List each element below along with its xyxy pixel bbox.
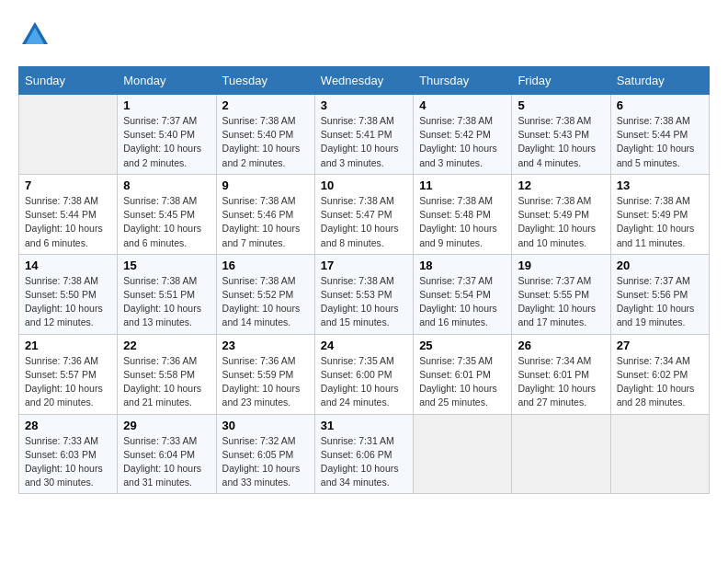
day-number: 31 [321, 419, 407, 432]
day-header: Friday [512, 67, 610, 95]
cell-content: Sunrise: 7:38 AMSunset: 5:46 PMDaylight:… [222, 194, 309, 250]
cell-content: Sunrise: 7:37 AMSunset: 5:55 PMDaylight:… [518, 274, 604, 330]
day-number: 11 [419, 178, 506, 192]
calendar-cell: 22Sunrise: 7:36 AMSunset: 5:58 PMDayligh… [118, 334, 216, 414]
day-header: Saturday [610, 67, 709, 95]
cell-content: Sunrise: 7:33 AMSunset: 6:03 PMDaylight:… [25, 434, 111, 490]
calendar-cell: 23Sunrise: 7:36 AMSunset: 5:59 PMDayligh… [216, 334, 314, 414]
cell-content: Sunrise: 7:34 AMSunset: 6:01 PMDaylight:… [518, 354, 604, 410]
logo [18, 18, 55, 52]
calendar-cell: 7Sunrise: 7:38 AMSunset: 5:44 PMDaylight… [19, 174, 118, 254]
calendar-cell [512, 414, 610, 494]
logo-icon [18, 18, 51, 52]
calendar-cell: 11Sunrise: 7:38 AMSunset: 5:48 PMDayligh… [414, 174, 512, 254]
calendar-cell: 30Sunrise: 7:32 AMSunset: 6:05 PMDayligh… [216, 414, 314, 494]
calendar-week-row: 7Sunrise: 7:38 AMSunset: 5:44 PMDaylight… [19, 174, 710, 254]
day-number: 5 [518, 98, 604, 112]
day-number: 16 [222, 259, 309, 272]
calendar-cell: 29Sunrise: 7:33 AMSunset: 6:04 PMDayligh… [118, 414, 216, 494]
cell-content: Sunrise: 7:38 AMSunset: 5:44 PMDaylight:… [617, 114, 703, 170]
cell-content: Sunrise: 7:35 AMSunset: 6:00 PMDaylight:… [321, 354, 407, 410]
cell-content: Sunrise: 7:38 AMSunset: 5:40 PMDaylight:… [222, 114, 309, 170]
cell-content: Sunrise: 7:38 AMSunset: 5:44 PMDaylight:… [25, 194, 111, 250]
day-number: 25 [419, 339, 506, 352]
cell-content: Sunrise: 7:35 AMSunset: 6:01 PMDaylight:… [419, 354, 506, 410]
calendar-cell: 12Sunrise: 7:38 AMSunset: 5:49 PMDayligh… [512, 174, 610, 254]
cell-content: Sunrise: 7:38 AMSunset: 5:49 PMDaylight:… [617, 194, 703, 250]
cell-content: Sunrise: 7:36 AMSunset: 5:59 PMDaylight:… [222, 354, 309, 410]
calendar-cell: 6Sunrise: 7:38 AMSunset: 5:44 PMDaylight… [610, 95, 709, 175]
day-number: 12 [518, 178, 604, 192]
calendar-week-row: 14Sunrise: 7:38 AMSunset: 5:50 PMDayligh… [19, 254, 710, 334]
day-header: Tuesday [216, 67, 314, 95]
day-number: 20 [617, 259, 703, 272]
calendar-cell: 5Sunrise: 7:38 AMSunset: 5:43 PMDaylight… [512, 95, 610, 175]
day-number: 22 [123, 339, 210, 352]
day-number: 27 [617, 339, 703, 352]
day-number: 17 [321, 259, 407, 272]
calendar-week-row: 1Sunrise: 7:37 AMSunset: 5:40 PMDaylight… [19, 95, 710, 175]
day-number: 8 [123, 178, 210, 192]
calendar-cell: 1Sunrise: 7:37 AMSunset: 5:40 PMDaylight… [118, 95, 216, 175]
cell-content: Sunrise: 7:38 AMSunset: 5:45 PMDaylight:… [123, 194, 210, 250]
calendar-cell: 13Sunrise: 7:38 AMSunset: 5:49 PMDayligh… [610, 174, 709, 254]
calendar-cell [414, 414, 512, 494]
calendar-cell: 3Sunrise: 7:38 AMSunset: 5:41 PMDaylight… [314, 95, 413, 175]
calendar-cell: 9Sunrise: 7:38 AMSunset: 5:46 PMDaylight… [216, 174, 314, 254]
calendar-cell: 8Sunrise: 7:38 AMSunset: 5:45 PMDaylight… [118, 174, 216, 254]
day-number: 15 [123, 259, 210, 272]
cell-content: Sunrise: 7:36 AMSunset: 5:57 PMDaylight:… [25, 354, 111, 410]
cell-content: Sunrise: 7:38 AMSunset: 5:47 PMDaylight:… [321, 194, 407, 250]
calendar-cell: 31Sunrise: 7:31 AMSunset: 6:06 PMDayligh… [314, 414, 413, 494]
day-number: 7 [25, 178, 111, 192]
calendar-week-row: 28Sunrise: 7:33 AMSunset: 6:03 PMDayligh… [19, 414, 710, 494]
cell-content: Sunrise: 7:38 AMSunset: 5:41 PMDaylight:… [321, 114, 407, 170]
day-number: 30 [222, 419, 309, 432]
calendar-cell: 27Sunrise: 7:34 AMSunset: 6:02 PMDayligh… [610, 334, 709, 414]
cell-content: Sunrise: 7:33 AMSunset: 6:04 PMDaylight:… [123, 434, 210, 490]
day-number: 28 [25, 419, 111, 432]
calendar-cell: 18Sunrise: 7:37 AMSunset: 5:54 PMDayligh… [414, 254, 512, 334]
cell-content: Sunrise: 7:31 AMSunset: 6:06 PMDaylight:… [321, 434, 407, 490]
calendar-cell: 28Sunrise: 7:33 AMSunset: 6:03 PMDayligh… [19, 414, 118, 494]
cell-content: Sunrise: 7:38 AMSunset: 5:53 PMDaylight:… [321, 274, 407, 330]
calendar-week-row: 21Sunrise: 7:36 AMSunset: 5:57 PMDayligh… [19, 334, 710, 414]
cell-content: Sunrise: 7:36 AMSunset: 5:58 PMDaylight:… [123, 354, 210, 410]
cell-content: Sunrise: 7:37 AMSunset: 5:40 PMDaylight:… [123, 114, 210, 170]
calendar-cell: 4Sunrise: 7:38 AMSunset: 5:42 PMDaylight… [414, 95, 512, 175]
day-number: 24 [321, 339, 407, 352]
day-number: 10 [321, 178, 407, 192]
calendar-cell: 10Sunrise: 7:38 AMSunset: 5:47 PMDayligh… [314, 174, 413, 254]
day-number: 1 [123, 98, 210, 112]
calendar-cell: 26Sunrise: 7:34 AMSunset: 6:01 PMDayligh… [512, 334, 610, 414]
calendar-cell: 2Sunrise: 7:38 AMSunset: 5:40 PMDaylight… [216, 95, 314, 175]
calendar-cell: 16Sunrise: 7:38 AMSunset: 5:52 PMDayligh… [216, 254, 314, 334]
cell-content: Sunrise: 7:38 AMSunset: 5:48 PMDaylight:… [419, 194, 506, 250]
day-number: 29 [123, 419, 210, 432]
day-number: 3 [321, 98, 407, 112]
day-number: 21 [25, 339, 111, 352]
cell-content: Sunrise: 7:38 AMSunset: 5:52 PMDaylight:… [222, 274, 309, 330]
day-number: 19 [518, 259, 604, 272]
calendar-cell: 20Sunrise: 7:37 AMSunset: 5:56 PMDayligh… [610, 254, 709, 334]
days-header-row: SundayMondayTuesdayWednesdayThursdayFrid… [19, 67, 710, 95]
day-number: 4 [419, 98, 506, 112]
calendar-cell: 15Sunrise: 7:38 AMSunset: 5:51 PMDayligh… [118, 254, 216, 334]
cell-content: Sunrise: 7:38 AMSunset: 5:42 PMDaylight:… [419, 114, 506, 170]
calendar-cell [19, 95, 118, 175]
day-header: Thursday [414, 67, 512, 95]
day-number: 23 [222, 339, 309, 352]
day-number: 18 [419, 259, 506, 272]
day-number: 6 [617, 98, 703, 112]
calendar-table: SundayMondayTuesdayWednesdayThursdayFrid… [18, 66, 710, 494]
day-number: 2 [222, 98, 309, 112]
day-header: Sunday [19, 67, 118, 95]
cell-content: Sunrise: 7:38 AMSunset: 5:49 PMDaylight:… [518, 194, 604, 250]
day-header: Wednesday [314, 67, 413, 95]
cell-content: Sunrise: 7:34 AMSunset: 6:02 PMDaylight:… [617, 354, 703, 410]
cell-content: Sunrise: 7:38 AMSunset: 5:43 PMDaylight:… [518, 114, 604, 170]
day-number: 9 [222, 178, 309, 192]
day-number: 26 [518, 339, 604, 352]
day-header: Monday [118, 67, 216, 95]
cell-content: Sunrise: 7:38 AMSunset: 5:50 PMDaylight:… [25, 274, 111, 330]
